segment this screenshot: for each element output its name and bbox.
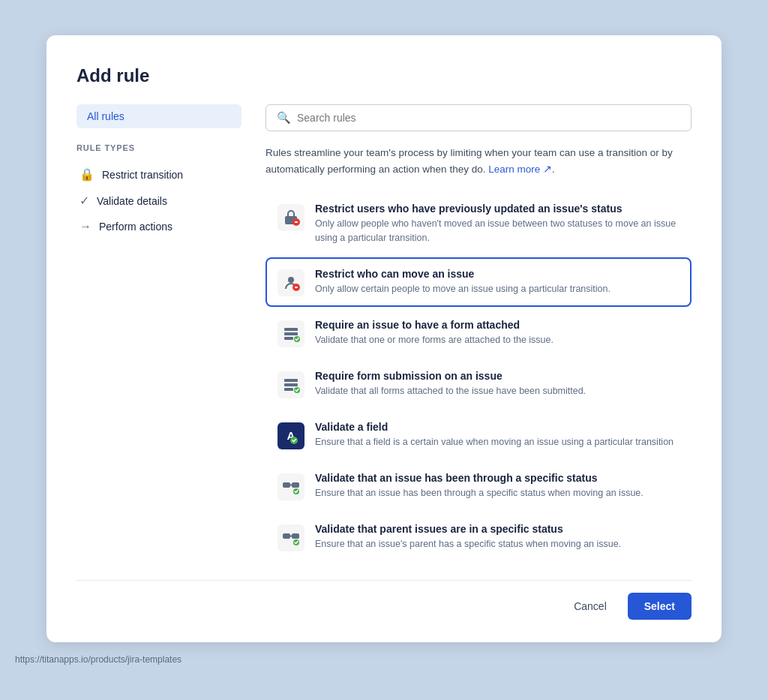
svg-rect-12 <box>284 388 293 391</box>
svg-rect-15 <box>283 482 290 488</box>
rules-list: Restrict users who have previously updat… <box>266 192 692 562</box>
sidebar-item-restrict-transition[interactable]: 🔒 Restrict transition <box>76 161 242 188</box>
svg-rect-6 <box>284 328 298 331</box>
modal-body: All rules RULE TYPES 🔒 Restrict transiti… <box>76 104 692 562</box>
svg-rect-18 <box>283 533 290 539</box>
rule-text-restrict-status-updaters: Restrict users who have previously updat… <box>315 203 680 245</box>
svg-rect-7 <box>284 332 298 335</box>
rule-text-validate-parent-status: Validate that parent issues are in a spe… <box>315 523 680 551</box>
rule-item-validate-specific-status[interactable]: Validate that an issue has been through … <box>266 461 692 511</box>
search-icon: 🔍 <box>277 111 291 125</box>
sidebar-item-label: Restrict transition <box>102 169 183 181</box>
rule-icon-require-form-attached <box>278 320 304 347</box>
add-rule-modal: Add rule All rules RULE TYPES 🔒 Restrict… <box>46 35 722 642</box>
rule-icon-restrict-who-can-move <box>278 269 304 296</box>
modal-header: Add rule <box>76 65 692 86</box>
search-bar: 🔍 <box>266 104 692 131</box>
rule-icon-validate-parent-status <box>278 524 304 551</box>
search-input[interactable] <box>297 112 680 124</box>
rule-item-restrict-status-updaters[interactable]: Restrict users who have previously updat… <box>266 192 692 256</box>
sidebar-item-label: Validate details <box>97 195 167 207</box>
modal-footer: Cancel Select <box>76 580 692 620</box>
rule-icon-restrict-status-updaters <box>278 204 304 231</box>
sidebar-item-label: Perform actions <box>99 221 172 233</box>
sidebar-item-perform-actions[interactable]: → Perform actions <box>76 214 242 239</box>
rule-item-restrict-who-can-move[interactable]: Restrict who can move an issue Only allo… <box>266 257 692 307</box>
intro-text: Rules streamline your team's process by … <box>266 145 692 177</box>
sidebar-all-rules[interactable]: All rules <box>76 104 242 128</box>
rule-icon-require-form-submission <box>278 371 304 398</box>
learn-more-link[interactable]: Learn more ↗ <box>488 164 552 175</box>
svg-rect-19 <box>292 533 299 539</box>
select-button[interactable]: Select <box>628 593 692 620</box>
arrow-icon: → <box>80 220 92 233</box>
modal-title: Add rule <box>76 65 692 86</box>
rule-text-validate-specific-status: Validate that an issue has been through … <box>315 472 680 500</box>
rule-text-restrict-who-can-move: Restrict who can move an issue Only allo… <box>315 268 680 296</box>
rule-text-validate-field: Validate a field Ensure that a field is … <box>315 421 680 449</box>
rule-item-validate-field[interactable]: A Validate a field Ensure that a field i… <box>266 410 692 460</box>
svg-rect-16 <box>292 482 299 488</box>
svg-point-3 <box>288 277 294 283</box>
sidebar: All rules RULE TYPES 🔒 Restrict transiti… <box>76 104 242 562</box>
rule-text-require-form-submission: Require form submission on an issue Vali… <box>315 370 680 398</box>
cancel-button[interactable]: Cancel <box>562 594 619 618</box>
url-bar: https://titanapps.io/products/jira-templ… <box>15 654 182 665</box>
svg-rect-11 <box>284 383 298 386</box>
rule-icon-validate-field: A <box>278 422 304 449</box>
rule-item-require-form-submission[interactable]: Require form submission on an issue Vali… <box>266 359 692 409</box>
svg-rect-8 <box>284 337 293 340</box>
rule-item-require-form-attached[interactable]: Require an issue to have a form attached… <box>266 308 692 358</box>
rule-item-validate-parent-status[interactable]: Validate that parent issues are in a spe… <box>266 512 692 562</box>
main-content: 🔍 Rules streamline your team's process b… <box>266 104 692 562</box>
svg-rect-5 <box>295 287 298 288</box>
rule-text-require-form-attached: Require an issue to have a form attached… <box>315 319 680 347</box>
sidebar-item-validate-details[interactable]: ✓ Validate details <box>76 188 242 214</box>
svg-rect-2 <box>295 221 298 223</box>
rule-icon-validate-specific-status <box>278 473 304 500</box>
svg-rect-10 <box>284 379 298 382</box>
lock-icon: 🔒 <box>80 167 94 182</box>
check-icon: ✓ <box>80 194 89 208</box>
rule-types-heading: RULE TYPES <box>76 143 242 152</box>
